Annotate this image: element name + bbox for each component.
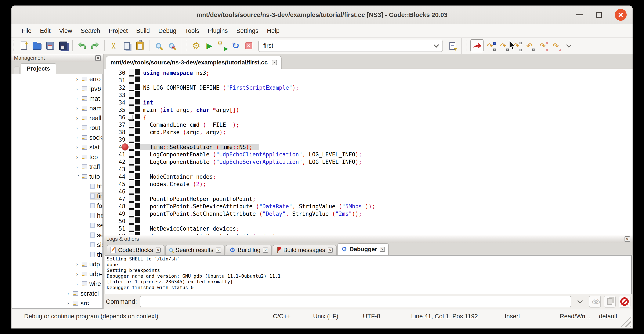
line-number[interactable]: 47 <box>104 196 129 202</box>
tree-item-se[interactable]: se <box>12 220 102 230</box>
editor-gutter[interactable] <box>129 77 140 84</box>
menu-debug[interactable]: Debug <box>154 27 180 34</box>
editor-gutter[interactable] <box>129 210 140 217</box>
undo-button[interactable] <box>75 39 88 52</box>
log-tab-close-button[interactable]: × <box>156 247 161 253</box>
debug-settings-button[interactable]: ⚙⚙ <box>589 296 601 307</box>
line-number[interactable]: 52 <box>104 233 129 235</box>
line-number[interactable]: 34 <box>104 99 129 106</box>
toolbar-grip[interactable] <box>14 40 16 51</box>
tree-item-ipv6[interactable]: ›ipv6 <box>12 84 102 94</box>
tab-projects[interactable]: Projects <box>21 63 56 74</box>
editor-gutter[interactable] <box>129 188 140 195</box>
tab-stub[interactable] <box>14 67 20 74</box>
tree-item-src[interactable]: ›src <box>12 298 102 308</box>
tree-item-nam[interactable]: ›nam <box>12 103 102 113</box>
editor-gutter[interactable] <box>129 99 140 106</box>
line-number[interactable]: 51 <box>104 225 129 232</box>
editor-gutter[interactable] <box>129 151 140 158</box>
menu-project[interactable]: Project <box>104 27 132 34</box>
editor-gutter[interactable] <box>129 158 140 166</box>
tree-item-rout[interactable]: ›rout <box>12 123 102 133</box>
editor-gutter[interactable] <box>129 143 140 151</box>
management-close-button[interactable]: × <box>95 55 101 61</box>
title-bar[interactable]: mnt/dev/tools/source/ns-3-dev/examples/t… <box>12 6 632 24</box>
tree-item-th[interactable]: th <box>12 250 102 259</box>
logs-close-button[interactable]: × <box>624 236 630 242</box>
save-button[interactable] <box>44 39 57 52</box>
open-button[interactable] <box>30 39 44 52</box>
editor-gutter[interactable] <box>129 180 140 188</box>
line-number[interactable]: 49 <box>104 211 129 217</box>
tree-item-se[interactable]: se <box>12 230 102 240</box>
new-file-button[interactable] <box>17 39 30 52</box>
log-tab-build-messages[interactable]: Build messages× <box>273 245 336 255</box>
menu-view[interactable]: View <box>55 27 76 34</box>
menu-tools[interactable]: Tools <box>180 27 204 34</box>
line-number[interactable]: 30 <box>104 70 129 76</box>
tree-item-fir[interactable]: fir <box>12 191 102 201</box>
tree-item-udp[interactable]: ›udp <box>12 259 102 269</box>
build-button[interactable]: ⚙ <box>190 39 203 52</box>
chevron-collapsed-icon[interactable]: › <box>76 271 81 277</box>
copy-log-button[interactable] <box>604 296 616 307</box>
tree-item-tuto[interactable]: ›tuto <box>12 172 102 181</box>
log-tab-close-button[interactable]: × <box>263 247 268 253</box>
build-and-run-button[interactable]: ⚙▶ <box>216 39 229 52</box>
tree-item-sock[interactable]: ›sock <box>12 133 102 142</box>
line-number[interactable]: 45 <box>104 181 129 187</box>
line-number[interactable]: 31 <box>104 77 129 84</box>
chevron-collapsed-icon[interactable]: › <box>76 115 81 121</box>
debugger-log[interactable]: Setting SHELL to '/bin/sh'doneSetting br… <box>104 255 632 294</box>
line-number[interactable]: 48 <box>104 203 129 210</box>
maximize-button[interactable] <box>596 12 602 18</box>
tree-item-scratcl[interactable]: ›scratcl <box>12 289 102 298</box>
save-all-button[interactable] <box>57 39 70 52</box>
paste-button[interactable] <box>133 39 146 52</box>
line-number[interactable]: 37 <box>104 122 129 128</box>
run-button[interactable]: ▶ <box>203 39 216 52</box>
next-instruction-button[interactable]: ↷ <box>536 39 549 52</box>
abort-button[interactable]: × <box>242 39 255 52</box>
line-number[interactable]: 35 <box>104 107 129 113</box>
chevron-collapsed-icon[interactable]: › <box>76 281 81 287</box>
editor-gutter[interactable] <box>129 232 140 235</box>
log-tab-code-blocks[interactable]: Code::Blocks× <box>107 245 164 255</box>
chevron-collapsed-icon[interactable]: › <box>76 261 81 268</box>
chevron-collapsed-icon[interactable]: › <box>76 105 81 112</box>
log-tab-debugger[interactable]: ⚙Debugger× <box>338 243 389 255</box>
tree-item-trafl[interactable]: ›trafl <box>12 162 102 172</box>
chevron-collapsed-icon[interactable]: › <box>68 300 72 307</box>
editor-gutter[interactable] <box>129 217 140 225</box>
tree-item-mat[interactable]: ›mat <box>12 94 102 103</box>
menu-edit[interactable]: Edit <box>36 27 55 34</box>
tree-item-stat[interactable]: ›stat <box>12 142 102 152</box>
line-number[interactable]: 36 <box>104 114 129 121</box>
menu-file[interactable]: File <box>17 27 36 34</box>
clear-log-button[interactable] <box>618 296 630 307</box>
menu-search[interactable]: Search <box>76 27 104 34</box>
minimize-button[interactable] <box>576 15 583 15</box>
tree-item-tcp[interactable]: ›tcp <box>12 152 102 162</box>
line-number[interactable]: 39 <box>104 137 129 143</box>
menu-plugins[interactable]: Plugins <box>204 27 232 34</box>
menu-settings[interactable]: Settings <box>232 27 263 34</box>
editor-gutter[interactable] <box>129 225 140 232</box>
chevron-collapsed-icon[interactable]: › <box>76 144 81 151</box>
search-input[interactable] <box>259 42 434 49</box>
debug-continue-button[interactable] <box>470 39 484 52</box>
redo-button[interactable] <box>88 39 102 52</box>
editor-gutter[interactable] <box>129 84 140 91</box>
editor-gutter[interactable] <box>129 91 140 99</box>
line-number[interactable]: 50 <box>104 218 129 224</box>
search-dropdown-chevron-icon[interactable] <box>434 42 439 48</box>
log-tab-close-button[interactable]: × <box>380 247 385 252</box>
line-number[interactable]: 33 <box>104 92 129 98</box>
tree-item-fo[interactable]: fo <box>12 201 102 211</box>
editor-gutter[interactable]: − <box>129 114 140 121</box>
run-to-cursor-button[interactable]: ↷ <box>484 39 497 52</box>
editor-gutter[interactable] <box>129 106 140 114</box>
tree-item-erro[interactable]: ›erro <box>12 74 102 84</box>
chevron-collapsed-icon[interactable]: › <box>76 125 81 131</box>
log-tab-close-button[interactable]: × <box>216 247 221 253</box>
